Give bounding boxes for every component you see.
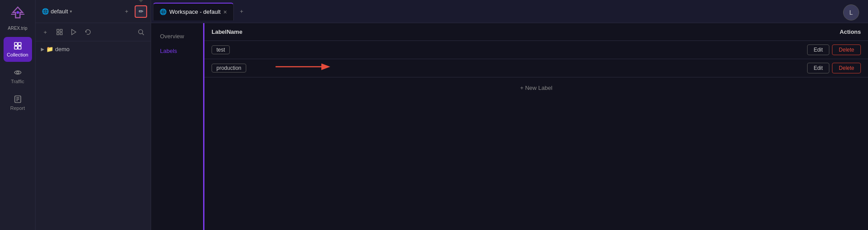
sidebar-traffic-label: Traffic — [11, 79, 24, 84]
workspace-selector[interactable]: 🌐 default ▾ — [39, 6, 119, 16]
svg-rect-10 — [57, 29, 59, 32]
edit-workspace-tooltip-container: ✏ Edit Workspace — [135, 5, 147, 18]
svg-rect-2 — [18, 43, 21, 46]
delete-test-button[interactable]: Delete — [832, 44, 861, 55]
svg-rect-12 — [57, 32, 59, 35]
refresh-button[interactable] — [82, 26, 94, 38]
folder-icon: 📁 — [46, 46, 53, 52]
label-tag-test: test — [212, 45, 230, 54]
logo-wrap: AREX.trip — [7, 4, 28, 31]
svg-rect-1 — [14, 43, 17, 46]
col-label-name-header: LabelName — [212, 28, 840, 35]
tab-close-button[interactable]: × — [223, 9, 227, 15]
main-area: 🌐 Workspace - default × + Overview Label… — [151, 0, 868, 230]
tab-workspace-default[interactable]: 🌐 Workspace - default × — [153, 3, 234, 20]
edit-production-button[interactable]: Edit — [807, 63, 830, 73]
nav-item-overview[interactable]: Overview — [153, 29, 201, 43]
label-cell-test: test — [212, 45, 807, 54]
svg-rect-3 — [14, 46, 17, 49]
label-tag-production: production — [212, 64, 246, 73]
tree-item-demo[interactable]: ▶ 📁 demo — [39, 44, 147, 54]
svg-line-16 — [142, 33, 144, 35]
sidebar-item-collection[interactable]: Collection — [4, 37, 32, 62]
labels-table: LabelName Actions test Edit Delete produ… — [204, 23, 868, 98]
svg-point-15 — [139, 30, 143, 34]
left-nav: Overview Labels — [151, 23, 204, 230]
svg-rect-4 — [18, 46, 21, 49]
svg-rect-13 — [60, 32, 62, 35]
labels-table-header: LabelName Actions — [204, 23, 868, 41]
label-row-test: test Edit Delete — [204, 41, 868, 59]
add-item-button[interactable]: + — [39, 26, 52, 38]
tree-area: ▶ 📁 demo — [36, 41, 151, 230]
label-row-test-actions: Edit Delete — [807, 44, 861, 55]
tabs-bar: 🌐 Workspace - default × + — [151, 0, 868, 23]
svg-point-5 — [16, 72, 19, 74]
globe-icon: 🌐 — [42, 8, 49, 15]
new-tab-button[interactable]: + — [236, 5, 248, 18]
workspace-toolbar: + — [36, 23, 151, 41]
add-collection-button[interactable] — [53, 26, 66, 38]
svg-marker-14 — [72, 29, 76, 35]
labels-with-arrow: Labels — [160, 48, 177, 54]
workspace-name: default — [51, 8, 68, 15]
tree-arrow-icon: ▶ — [41, 47, 44, 52]
labels-content: LabelName Actions test Edit Delete produ… — [204, 23, 868, 230]
content-area: Overview Labels LabelName Actions test — [151, 23, 868, 230]
col-actions-header: Actions — [840, 28, 861, 35]
add-workspace-button[interactable]: + — [120, 5, 133, 18]
logo[interactable] — [7, 4, 28, 21]
sidebar-item-report[interactable]: Report — [4, 90, 32, 115]
workspace-panel: 🌐 default ▾ + ✏ Edit Workspace + — [36, 0, 151, 230]
sidebar-collection-label: Collection — [7, 52, 28, 57]
delete-production-button[interactable]: Delete — [832, 63, 861, 73]
tab-globe-icon: 🌐 — [160, 8, 167, 15]
edit-test-button[interactable]: Edit — [807, 44, 830, 55]
label-row-production-actions: Edit Delete — [807, 63, 861, 73]
svg-point-0 — [16, 11, 19, 14]
svg-rect-11 — [60, 29, 62, 32]
sidebar-item-traffic[interactable]: Traffic — [4, 64, 32, 89]
tree-item-demo-label: demo — [55, 46, 70, 52]
nav-item-labels[interactable]: Labels — [153, 44, 201, 58]
user-avatar[interactable]: L — [843, 4, 859, 20]
label-cell-production: production — [212, 64, 807, 73]
label-row-production: production Edit Delete — [204, 59, 868, 77]
edit-workspace-button[interactable]: ✏ — [135, 5, 147, 18]
chevron-down-icon: ▾ — [70, 9, 72, 14]
new-label-button[interactable]: + New Label — [204, 77, 868, 98]
workspace-header: 🌐 default ▾ + ✏ Edit Workspace — [36, 0, 151, 23]
search-button[interactable] — [135, 26, 147, 38]
tab-label: Workspace - default — [169, 8, 220, 15]
logo-text: AREX.trip — [8, 26, 28, 31]
sidebar-report-label: Report — [10, 105, 25, 111]
run-button[interactable] — [68, 26, 80, 38]
sidebar: AREX.trip Collection Traffic Report — [0, 0, 36, 230]
